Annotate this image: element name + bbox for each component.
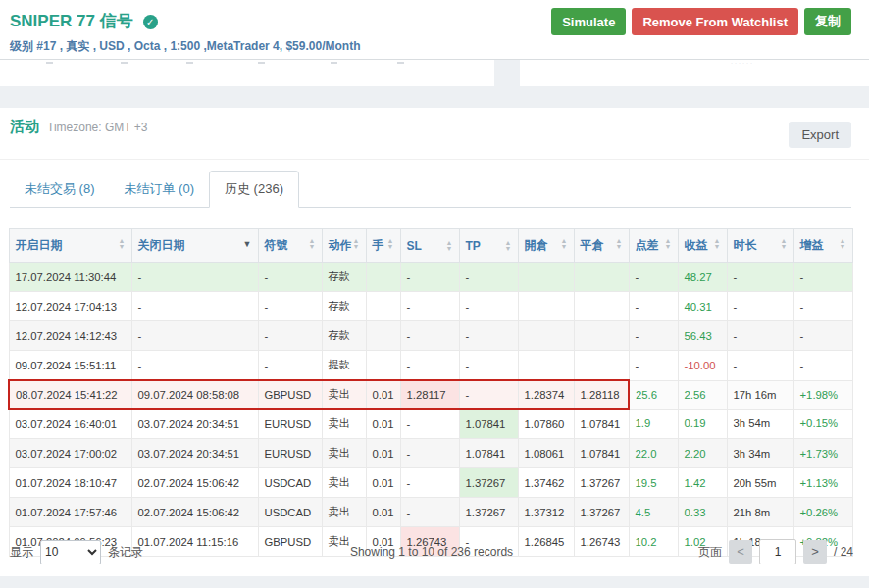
column-header-action[interactable]: 动作 <box>322 229 366 263</box>
cell-open_date: 08.07.2024 15:41:22 <box>9 380 131 409</box>
cell-sl: - <box>400 498 459 527</box>
column-header-pips[interactable]: 点差 <box>629 229 678 263</box>
sort-icon <box>561 238 568 250</box>
export-button[interactable]: Export <box>789 122 851 148</box>
cell-close_price <box>574 321 629 351</box>
column-header-close_price[interactable]: 平倉 <box>574 229 629 263</box>
simulate-button[interactable]: Simulate <box>551 8 626 35</box>
column-header-tp[interactable]: TP <box>459 229 518 263</box>
cell-symbol: GBPUSD <box>258 380 322 409</box>
chart-card-left <box>0 60 494 86</box>
tab-open-trades[interactable]: 未结交易 (8) <box>10 172 110 207</box>
cell-lots: 0.01 <box>366 439 400 468</box>
cell-close_date: 03.07.2024 20:34:51 <box>131 409 258 439</box>
cell-duration: - <box>727 292 793 321</box>
tab-open-orders[interactable]: 未结订单 (0) <box>110 172 210 207</box>
column-header-profit[interactable]: 收益 <box>678 229 727 263</box>
column-label: 增益 <box>800 238 824 252</box>
column-header-symbol[interactable]: 符號 <box>258 229 322 263</box>
column-header-open_date[interactable]: 开启日期 <box>9 229 131 263</box>
copy-button[interactable]: 复制 <box>804 8 851 35</box>
cell-tp: 1.07841 <box>459 439 518 468</box>
cell-gain: +0.15% <box>793 409 852 439</box>
table-header-row: 开启日期关闭日期符號动作手SLTP開倉平倉点差收益时长增益 <box>9 229 852 263</box>
sort-icon <box>840 238 846 250</box>
cell-gain: - <box>793 263 852 292</box>
column-label: 开启日期 <box>16 238 63 252</box>
cell-action: 存款 <box>322 292 366 321</box>
column-label: 平倉 <box>581 238 604 252</box>
cell-close_price: 1.28118 <box>574 380 629 409</box>
cell-gain: - <box>793 351 852 381</box>
toolbar-divider <box>0 159 869 160</box>
cell-duration: 21h 8m <box>727 498 793 527</box>
column-header-gain[interactable]: 增益 <box>793 229 852 263</box>
history-table-wrap: 开启日期关闭日期符號动作手SLTP開倉平倉点差收益时长增益 17.07.2024… <box>8 228 851 557</box>
cell-profit: 2.20 <box>678 439 727 468</box>
activity-label: 活动 <box>10 118 39 134</box>
cell-profit: 0.33 <box>678 498 727 527</box>
cell-open_date: 01.07.2024 17:57:46 <box>9 498 131 527</box>
cell-sl: - <box>400 439 459 468</box>
cell-tp: - <box>459 321 518 351</box>
column-header-sl[interactable]: SL <box>400 229 459 263</box>
sort-icon <box>781 238 788 250</box>
signal-meta: 级别 #17 , 真实 , USD , Octa , 1:500 ,MetaTr… <box>10 38 360 55</box>
cell-close_date: - <box>131 263 258 292</box>
history-table: 开启日期关闭日期符號动作手SLTP開倉平倉点差收益时长增益 17.07.2024… <box>8 228 853 557</box>
column-header-close_date[interactable]: 关闭日期 <box>131 229 258 263</box>
cell-duration: 17h 16m <box>727 380 793 409</box>
column-header-open_price[interactable]: 開倉 <box>518 229 574 263</box>
timezone-label: Timezone: GMT +3 <box>47 121 147 134</box>
next-page-button[interactable]: > <box>803 540 827 564</box>
cell-profit: 40.31 <box>678 292 727 321</box>
axis-remnant <box>46 62 53 64</box>
cell-pips: - <box>629 321 678 351</box>
sort-icon <box>309 238 316 250</box>
table-row: 12.07.2024 17:04:13--存款---40.31-- <box>9 292 852 321</box>
page-header: SNIPER 77 信号✓ 级别 #17 , 真实 , USD , Octa ,… <box>0 0 869 59</box>
cell-duration: 3h 34m <box>727 439 793 468</box>
cell-duration: 20h 55m <box>727 468 793 498</box>
cell-tp: 1.37267 <box>459 498 518 527</box>
cell-close_price <box>574 263 629 292</box>
cell-open_price: 1.28374 <box>518 380 574 409</box>
page-size-select[interactable]: 10 <box>40 540 101 564</box>
cell-action: 卖出 <box>322 380 366 409</box>
cell-sl: - <box>400 468 459 498</box>
column-header-lots[interactable]: 手 <box>366 229 400 263</box>
chart-card-right: ······ <box>520 60 869 86</box>
cell-pips: 19.5 <box>629 468 678 498</box>
cell-symbol: USDCAD <box>258 468 322 498</box>
column-label: 动作 <box>329 238 352 252</box>
cell-close_date: 03.07.2024 20:34:51 <box>131 439 258 468</box>
column-header-duration[interactable]: 时长 <box>727 229 793 263</box>
cell-action: 存款 <box>322 321 366 351</box>
sort-icon <box>616 238 623 250</box>
cell-close_price: 1.07841 <box>574 409 629 439</box>
cell-action: 提款 <box>322 351 366 381</box>
cell-open_price: 1.37462 <box>518 468 574 498</box>
verified-badge-icon: ✓ <box>143 15 158 29</box>
cell-open_price <box>518 321 574 351</box>
tab-history[interactable]: 历史 (236) <box>209 171 299 208</box>
page-number-input[interactable] <box>759 539 796 564</box>
table-row: 09.07.2024 15:51:11--提款----10.00-- <box>9 351 852 381</box>
pagination: 页面 < > / 24 <box>698 539 853 564</box>
column-label: TP <box>466 239 481 253</box>
cell-open_price <box>518 292 574 321</box>
cell-profit: 56.43 <box>678 321 727 351</box>
column-label: 时长 <box>734 238 757 252</box>
sort-icon <box>353 238 360 250</box>
cell-lots <box>366 351 400 381</box>
axis-remnant <box>258 62 265 64</box>
cell-lots <box>366 321 400 351</box>
remove-from-watchlist-button[interactable]: Remove From Watchlist <box>632 8 798 35</box>
cell-profit: 2.56 <box>678 380 727 409</box>
signal-page: SNIPER 77 信号✓ 级别 #17 , 真实 , USD , Octa ,… <box>0 0 869 588</box>
cell-pips: 1.9 <box>629 409 678 439</box>
prev-page-button[interactable]: < <box>729 540 752 564</box>
cell-sl: 1.28117 <box>400 380 459 409</box>
cell-sl: - <box>400 351 459 381</box>
cell-open_date: 09.07.2024 15:51:11 <box>9 351 131 381</box>
